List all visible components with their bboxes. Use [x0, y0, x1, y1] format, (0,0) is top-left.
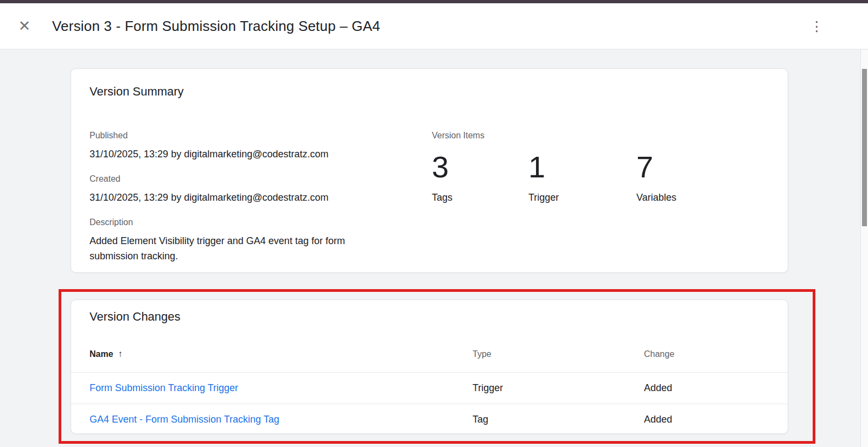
main-content: Version Summary Published 31/10/2025, 13… — [0, 68, 868, 444]
version-items-panel: Version Items 3 Tags 1 Trigger 7 Variabl… — [432, 130, 769, 264]
tags-count: 3 — [432, 151, 528, 183]
vertical-scrollbar[interactable] — [860, 50, 868, 447]
description-value: Added Element Visibility trigger and GA4… — [90, 233, 385, 264]
row-type: Tag — [473, 414, 644, 425]
row-type: Trigger — [473, 382, 644, 394]
description-label: Description — [90, 216, 432, 228]
version-changes-title: Version Changes — [71, 310, 788, 324]
table-row: Form Submission Tracking Trigger Trigger… — [71, 373, 788, 404]
trigger-label: Trigger — [528, 192, 636, 203]
version-summary-title: Version Summary — [90, 84, 769, 99]
column-header-type[interactable]: Type — [473, 349, 644, 359]
version-summary-body: Published 31/10/2025, 13:29 by digitalma… — [90, 130, 769, 264]
dialog-header: ✕ Version 3 - Form Submission Tracking S… — [0, 3, 868, 49]
variables-count: 7 — [636, 151, 676, 183]
change-link-trigger[interactable]: Form Submission Tracking Trigger — [90, 382, 238, 393]
created-label: Created — [90, 173, 432, 185]
published-label: Published — [90, 130, 432, 142]
kebab-menu-icon[interactable]: ⋮ — [807, 18, 827, 34]
version-summary-card: Version Summary Published 31/10/2025, 13… — [71, 68, 788, 273]
created-value: 31/10/2025, 13:29 by digitalmarketing@co… — [90, 190, 432, 205]
close-icon[interactable]: ✕ — [16, 18, 33, 34]
summary-fields: Published 31/10/2025, 13:29 by digitalma… — [90, 130, 432, 264]
stat-tags: 3 Tags — [432, 146, 528, 203]
column-header-name[interactable]: Name↑ — [90, 349, 473, 360]
column-header-change[interactable]: Change — [644, 349, 769, 359]
table-header-row: Name↑ Type Change — [71, 336, 788, 373]
trigger-count: 1 — [528, 151, 636, 183]
row-change: Added — [644, 382, 769, 394]
table-row: GA4 Event - Form Submission Tracking Tag… — [71, 404, 788, 434]
stat-trigger: 1 Trigger — [528, 146, 636, 203]
published-value: 31/10/2025, 13:29 by digitalmarketing@co… — [90, 146, 432, 162]
annotation-rectangle: Version Changes Name↑ Type Change Form S… — [59, 289, 815, 444]
stat-variables: 7 Variables — [636, 146, 676, 203]
version-changes-card: Version Changes Name↑ Type Change Form S… — [71, 299, 788, 434]
name-header-label: Name — [90, 349, 113, 359]
variables-label: Variables — [636, 192, 676, 203]
change-link-tag[interactable]: GA4 Event - Form Submission Tracking Tag — [90, 414, 279, 425]
version-items-stats: 3 Tags 1 Trigger 7 Variables — [432, 146, 769, 203]
row-change: Added — [644, 414, 769, 425]
page-title: Version 3 - Form Submission Tracking Set… — [52, 18, 807, 35]
scrollbar-thumb[interactable] — [862, 69, 867, 226]
tags-label: Tags — [432, 192, 528, 203]
version-items-label: Version Items — [432, 130, 769, 142]
version-changes-table: Name↑ Type Change Form Submission Tracki… — [71, 336, 788, 434]
sort-ascending-icon: ↑ — [118, 349, 123, 359]
